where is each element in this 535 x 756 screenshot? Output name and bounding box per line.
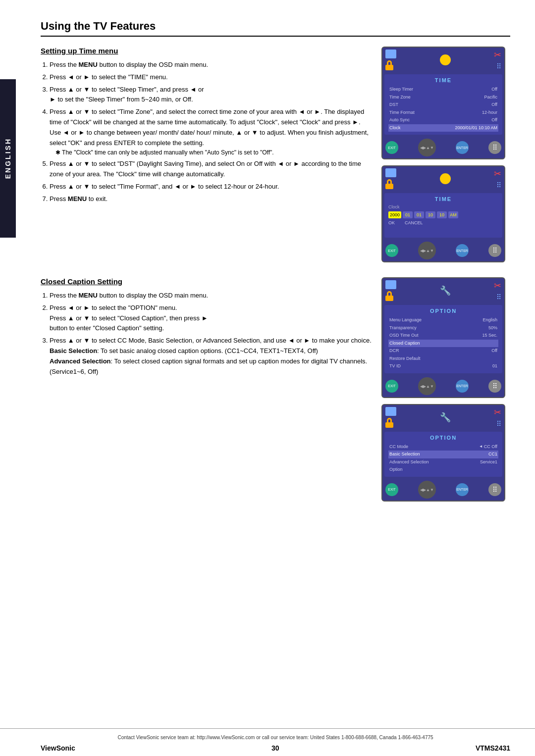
tv-row-autosync: Auto SyncOff xyxy=(388,116,498,124)
opt-row-trans: Transparency50% xyxy=(388,324,498,332)
tv-top-bar-2: ✂ ⠿ xyxy=(382,166,504,191)
opt-row-dcr: DCROff xyxy=(388,347,498,355)
multibutton-1[interactable]: ⠿ xyxy=(488,141,501,154)
cc-list-item-1: Press the MENU button to display the OSD… xyxy=(50,291,372,301)
tv-center-icons-3: 🔧 xyxy=(440,285,451,296)
clock-ok-row: OK CANCEL xyxy=(388,220,498,225)
monitor-icon-2 xyxy=(385,168,396,177)
scissors-icon-3: ✂ xyxy=(494,280,501,291)
tv-top-bar-3: 🔧 ✂ ⠿ xyxy=(382,278,504,303)
tv-screen-option2: 🔧 ✂ ⠿ OPTION CC Mode ◄ CC Off xyxy=(381,404,505,502)
scissors-icon-4: ✂ xyxy=(494,407,501,418)
nav-cluster-3[interactable] xyxy=(418,377,436,395)
tv-option-menu-1: OPTION Menu LanguageEnglish Transparency… xyxy=(384,305,502,373)
side-language-tab: ENGLISH xyxy=(0,79,16,238)
clock-icon-2 xyxy=(440,173,451,184)
tv-screen-option1: 🔧 ✂ ⠿ OPTION Menu LanguageEnglish xyxy=(381,277,505,398)
section-time-text: Setting up Time menu Press the MENU butt… xyxy=(41,47,372,262)
cc-row-basic: Basic SelectionCC1 xyxy=(388,451,498,458)
list-item-2: Press ◄ or ► to select the "TIME" menu. xyxy=(50,72,372,83)
list-item-5: Press ▲ or ▼ to select "DST" (Daylight S… xyxy=(50,159,372,180)
lock-icon-1 xyxy=(385,60,393,70)
tv-row-clock: Clock2000/01/01 10:10 AM xyxy=(388,124,498,132)
cc-row-mode: CC Mode ◄ CC Off xyxy=(388,443,498,451)
cc-list-item-2: Press ◄ or ► to select the "OPTION" menu… xyxy=(50,303,372,334)
footer-contact: Contact ViewSonic service team at: http:… xyxy=(41,735,510,740)
tv-option-menu-2: OPTION CC Mode ◄ CC Off Basic SelectionC… xyxy=(384,432,502,477)
monitor-icon-3 xyxy=(385,280,396,289)
lock-icon-2 xyxy=(385,179,393,189)
tv-screen-time1: ✂ ⠿ TIME Sleep TimerOff Time ZonePacific xyxy=(381,47,505,159)
tv-left-icons-4 xyxy=(385,407,396,428)
tv-time-menu-2: TIME Clock 2000 01 01 10 10 AM OK CAN xyxy=(384,193,502,238)
enter-btn-1[interactable]: ENTER xyxy=(456,141,469,154)
exit-btn-4[interactable]: EXIT xyxy=(385,483,398,496)
dots-icon-3: ⠿ xyxy=(496,293,501,301)
tv-center-icons-4: 🔧 xyxy=(440,412,451,423)
dots-icon-1: ⠿ xyxy=(496,62,501,70)
enter-btn-3[interactable]: ENTER xyxy=(456,380,469,393)
lock-icon-4 xyxy=(385,418,393,428)
cancel-label: CANCEL xyxy=(405,220,423,225)
clock-hour: 10 xyxy=(426,211,435,218)
enter-btn-4[interactable]: ENTER xyxy=(456,483,469,496)
cc-list-item-3: Press ▲ or ▼ to select CC Mode, Basic Se… xyxy=(50,336,372,377)
tv-time-title-1: TIME xyxy=(388,77,498,83)
footer: Contact ViewSonic service team at: http:… xyxy=(0,728,535,756)
clock-sublabel: Clock xyxy=(388,204,498,209)
tv-option-title-1: OPTION xyxy=(388,308,498,314)
list-item-3: Press ▲ or ▼ to select "Sleep Timer", an… xyxy=(50,85,372,105)
tv-center-icons-2 xyxy=(440,173,451,184)
scissors-icon-2: ✂ xyxy=(494,168,501,179)
opt-row-osd: OSD Time Out15 Sec. xyxy=(388,332,498,340)
list-item-7: Press MENU to exit. xyxy=(50,194,372,204)
tv-row-dst: DSTOff xyxy=(388,101,498,109)
tv-row-timezone: Time ZonePacific xyxy=(388,94,498,101)
wrench-icon-4: 🔧 xyxy=(440,412,451,423)
nav-cluster-2[interactable] xyxy=(418,242,436,259)
monitor-icon-4 xyxy=(385,407,396,416)
monitor-icon xyxy=(385,50,396,58)
note-autosync: ✱ The "Clock" time can only be adjusted … xyxy=(55,148,372,157)
section-time-list: Press the MENU button to display the OSD… xyxy=(41,60,372,204)
tv-row-timeformat: Time Format12-hour xyxy=(388,109,498,117)
lock-icon-3 xyxy=(385,291,393,301)
page-wrapper: ENGLISH Using the TV Features Setting up… xyxy=(0,0,535,756)
nav-cluster-1[interactable] xyxy=(418,139,436,156)
tv-right-icons-2: ✂ ⠿ xyxy=(494,168,501,189)
section-cc-text: Closed Caption Setting Press the MENU bu… xyxy=(41,277,372,502)
section-cc-heading: Closed Caption Setting xyxy=(41,277,372,286)
multibutton-4[interactable]: ⠿ xyxy=(488,483,501,496)
opt-row-restore: Restore Default xyxy=(388,355,498,363)
opt-row-lang: Menu LanguageEnglish xyxy=(388,316,498,324)
section-cc: Closed Caption Setting Press the MENU bu… xyxy=(41,277,510,502)
dots-icon-4: ⠿ xyxy=(496,420,501,428)
title-divider xyxy=(41,36,510,37)
clock-year: 2000 xyxy=(388,211,401,218)
tv-center-icons-1 xyxy=(440,54,451,65)
scissors-icon-1: ✂ xyxy=(494,50,501,60)
language-label: ENGLISH xyxy=(4,138,12,179)
section-cc-images: 🔧 ✂ ⠿ OPTION Menu LanguageEnglish xyxy=(381,277,510,502)
exit-btn-2[interactable]: EXIT xyxy=(385,244,398,257)
footer-brand-row: ViewSonic 30 VTMS2431 xyxy=(41,744,510,752)
section-time-menu: Setting up Time menu Press the MENU butt… xyxy=(41,47,510,262)
main-content: Using the TV Features Setting up Time me… xyxy=(16,0,535,728)
enter-btn-2[interactable]: ENTER xyxy=(456,244,469,257)
exit-btn-1[interactable]: EXIT xyxy=(385,141,398,154)
tv-right-icons-1: ✂ ⠿ xyxy=(494,50,501,70)
model-number: VTMS2431 xyxy=(476,744,510,752)
page-number: 30 xyxy=(271,744,279,752)
multibutton-3[interactable]: ⠿ xyxy=(488,380,501,393)
tv-top-bar-1: ✂ ⠿ xyxy=(382,48,504,72)
multibutton-2[interactable]: ⠿ xyxy=(488,244,501,257)
section-time-images: ✂ ⠿ TIME Sleep TimerOff Time ZonePacific xyxy=(381,47,510,262)
section-time-heading: Setting up Time menu xyxy=(41,47,372,55)
page-title: Using the TV Features xyxy=(41,20,510,33)
exit-btn-3[interactable]: EXIT xyxy=(385,380,398,393)
section-cc-list: Press the MENU button to display the OSD… xyxy=(41,291,372,377)
clock-icon-1 xyxy=(440,54,451,65)
tv-left-icons-1 xyxy=(385,50,396,70)
nav-cluster-4[interactable] xyxy=(418,481,436,499)
tv-bottom-2: EXIT ENTER ⠿ xyxy=(382,240,504,261)
